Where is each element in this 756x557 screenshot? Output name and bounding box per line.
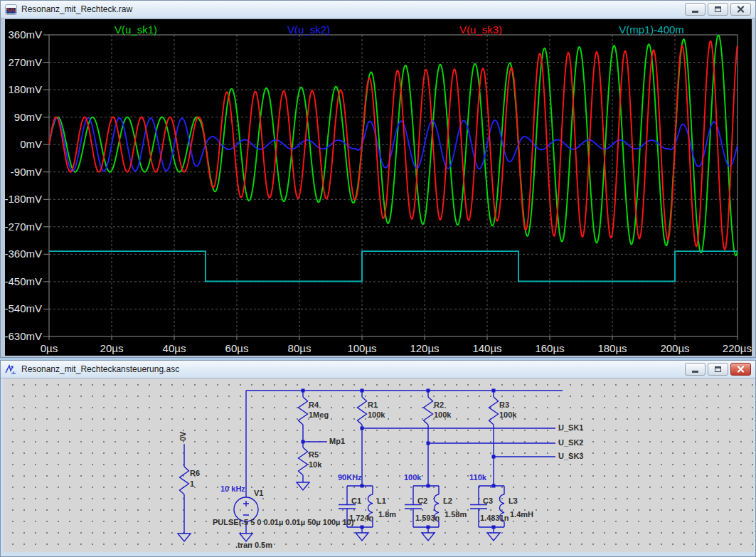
plot-window-titlebar[interactable]: Resonanz_mit_Rechteck.raw [1, 1, 755, 18]
r3-ref[interactable]: R3 [499, 400, 509, 409]
r4-value[interactable]: 1Meg [309, 410, 329, 419]
x-tick-label: 160µs [535, 342, 564, 354]
schematic-close-button[interactable] [730, 363, 751, 376]
c2-value[interactable]: 1.593n [415, 514, 440, 522]
net-0v-label[interactable]: 0V [179, 432, 187, 441]
plot-window-title: Resonanz_mit_Rechteck.raw [21, 4, 132, 14]
plot-minimize-button[interactable] [685, 3, 706, 16]
comment-110k[interactable]: 110k [469, 473, 486, 482]
x-tick-label: 0µs [41, 342, 58, 354]
schematic-window-titlebar[interactable]: Resonanz_mit_Rechteckansteuerung.asc [1, 361, 755, 378]
r2-value[interactable]: 100k [434, 410, 451, 419]
l1-ref[interactable]: L1 [377, 497, 386, 505]
y-tick-label: 90mV [14, 111, 42, 123]
r1-value[interactable]: 100k [368, 410, 385, 419]
r5-ref[interactable]: R5 [309, 450, 319, 459]
restore-icon [712, 364, 724, 374]
c2-ref[interactable]: C2 [417, 497, 427, 505]
x-tick-label: 40µs [163, 342, 186, 354]
l1-value[interactable]: 1.8m [378, 510, 396, 519]
comment-100k[interactable]: 100k [404, 473, 421, 482]
x-tick-label: 200µs [660, 342, 689, 354]
x-tick-label: 80µs [288, 342, 312, 354]
schematic-drawing [4, 378, 754, 552]
legend-item-v-u-sk2-[interactable]: V(u_sk2) [287, 23, 330, 36]
schematic-file-icon [5, 364, 17, 375]
l2-ref[interactable]: L2 [443, 497, 452, 505]
waveform-viewer-window: Resonanz_mit_Rechteck.raw 360mV270mV180m [0, 0, 756, 358]
minimize-icon [689, 5, 701, 14]
y-tick-label: -540mV [5, 302, 42, 314]
x-tick-label: 180µs [597, 342, 627, 354]
y-tick-label: -360mV [5, 248, 42, 260]
net-usk1-label[interactable]: U_SK1 [558, 423, 583, 432]
y-tick-label: -180mV [5, 193, 42, 205]
r1-ref[interactable]: R1 [368, 400, 378, 409]
comment-90khz[interactable]: 90KHz [338, 473, 362, 482]
r2-ref[interactable]: R2 [434, 400, 444, 409]
legend-item-v-u-sk1-[interactable]: V(u_sk1) [115, 23, 157, 36]
x-tick-label: 100µs [347, 342, 376, 354]
l3-value[interactable]: 1.4mH [510, 510, 533, 519]
x-tick-label: 120µs [410, 342, 439, 354]
tran-directive[interactable]: .tran 0.5m [235, 541, 272, 549]
l3-ref[interactable]: L3 [509, 497, 518, 505]
waveform-plot[interactable]: 360mV270mV180mV90mV0mV-90mV-180mV-270mV-… [5, 19, 752, 356]
r6-ref[interactable]: R6 [190, 469, 200, 477]
y-tick-label: -630mV [5, 330, 42, 342]
schematic-restore-button[interactable] [708, 363, 728, 376]
l2-value[interactable]: 1.58m [444, 510, 467, 519]
schematic-window-title: Resonanz_mit_Rechteckansteuerung.asc [21, 364, 179, 374]
net-usk3-label[interactable]: U_SK3 [558, 452, 583, 460]
x-tick-label: 220µs [723, 342, 752, 354]
schematic-canvas[interactable]: R41MegR1100kR2100kR3100kMp1R510kU_SK1U_S… [4, 378, 754, 552]
y-tick-label: -270mV [5, 221, 42, 233]
schematic-editor-window: Resonanz_mit_Rechteckansteuerung.asc [0, 360, 756, 557]
c3-value[interactable]: 1.4831n [480, 514, 509, 522]
waveform-plot-area[interactable]: 360mV270mV180mV90mV0mV-90mV-180mV-270mV-… [5, 19, 752, 356]
y-tick-label: 270mV [8, 56, 42, 68]
trace-v-mp1-400m [49, 251, 738, 281]
legend-item-v-mp1-400m[interactable]: V(mp1)-400m [619, 23, 684, 36]
y-tick-label: 0mV [20, 138, 42, 150]
schematic-minimize-button[interactable] [685, 363, 706, 376]
r4-ref[interactable]: R4 [309, 400, 319, 409]
c1-ref[interactable]: C1 [351, 497, 361, 505]
y-tick-label: -90mV [11, 166, 42, 178]
plot-close-button[interactable] [730, 3, 751, 16]
net-mp1-label[interactable]: Mp1 [329, 437, 345, 445]
r6-value[interactable]: 1 [190, 479, 194, 488]
y-tick-label: 360mV [8, 28, 42, 41]
comment-10khz[interactable]: 10 kHz [220, 484, 245, 493]
restore-icon [712, 4, 724, 14]
r3-value[interactable]: 100k [499, 410, 516, 419]
net-usk2-label[interactable]: U_SK2 [558, 438, 583, 447]
legend-item-v-u-sk3-[interactable]: V(u_sk3) [459, 23, 502, 36]
v1-ref[interactable]: V1 [254, 489, 263, 497]
v1-value[interactable]: PULSE(-5 5 0 0.01µ 0.01µ 50µ 100µ 10) [213, 518, 353, 526]
close-icon [735, 4, 747, 14]
c3-ref[interactable]: C3 [483, 497, 493, 505]
x-tick-label: 20µs [100, 342, 124, 354]
plot-restore-button[interactable] [708, 3, 728, 16]
minimize-icon [689, 365, 701, 373]
y-tick-label: 180mV [8, 83, 42, 95]
x-tick-label: 60µs [225, 342, 249, 354]
close-icon [735, 364, 747, 374]
r5-value[interactable]: 10k [309, 460, 321, 469]
y-tick-label: -450mV [5, 275, 42, 287]
x-tick-label: 140µs [472, 342, 501, 354]
waveform-file-icon [5, 4, 17, 15]
